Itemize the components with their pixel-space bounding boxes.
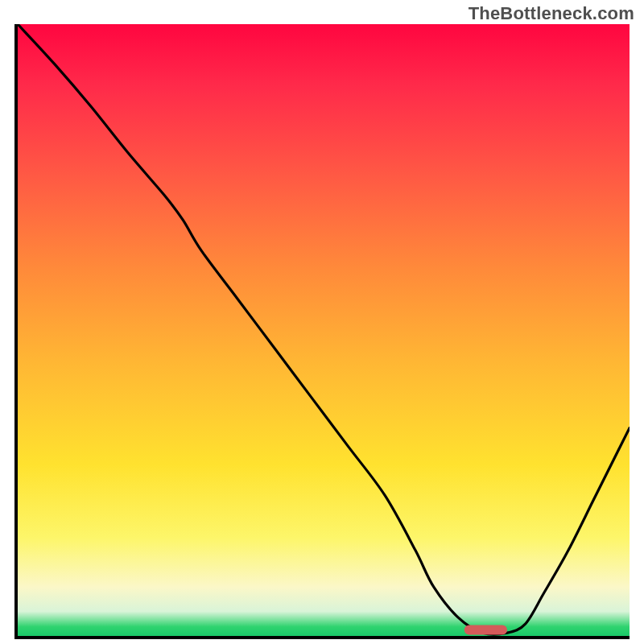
watermark-text: TheBottleneck.com [469, 3, 634, 24]
chart-area [14, 24, 630, 639]
optimal-marker-pill [464, 625, 507, 634]
bottleneck-curve [18, 24, 630, 636]
curve-line [18, 24, 630, 634]
